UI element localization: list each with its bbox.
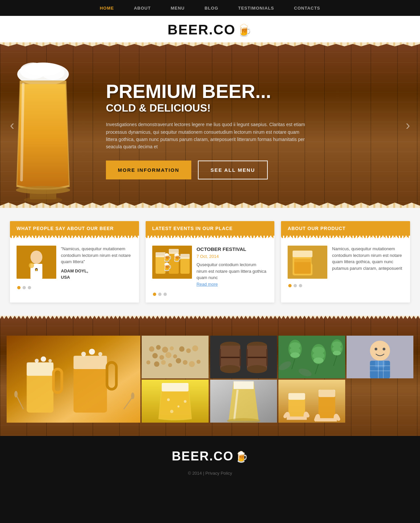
svg-point-51 <box>179 346 185 352</box>
svg-point-37 <box>98 352 102 356</box>
read-more-link[interactable]: Read more <box>197 282 218 287</box>
svg-point-54 <box>146 360 150 364</box>
svg-point-35 <box>81 352 86 357</box>
see-all-menu-button[interactable]: SEE ALL MENU <box>198 161 268 179</box>
hero-subheading: COLD & DELICIOUS! <box>106 102 311 114</box>
testimonials-card: WHAT PEOPLE SAY ABOUT OUR BEER 👩 "Namicu… <box>10 221 139 303</box>
dot-1[interactable] <box>17 286 21 289</box>
nav-contacts[interactable]: CONTACTS <box>294 6 320 11</box>
svg-point-109 <box>184 400 187 403</box>
nav-home[interactable]: HOME <box>100 6 114 11</box>
svg-point-34 <box>48 359 52 362</box>
svg-rect-68 <box>239 349 241 366</box>
site-logo: BEER.CO🍺 <box>167 22 252 37</box>
product-image <box>288 246 327 279</box>
product-dot-2[interactable] <box>294 284 297 287</box>
product-text: Namicus, qusequitur mutationem contodium… <box>332 246 403 279</box>
svg-point-61 <box>197 360 201 364</box>
svg-point-94 <box>370 341 390 361</box>
svg-point-96 <box>383 348 385 350</box>
gallery-item-large[interactable] <box>7 336 140 423</box>
testimonial-quote: "Namicus, qusequitur mutationem contodiu… <box>61 246 132 265</box>
hero-content: PREMIUM BEER... COLD & DELICIOUS! Invest… <box>106 71 311 179</box>
nav-about[interactable]: ABOUT <box>134 6 151 11</box>
gallery-item-barrels[interactable] <box>210 336 277 378</box>
gallery-grid <box>7 336 413 423</box>
svg-point-55 <box>154 361 160 367</box>
testimonials-card-header: WHAT PEOPLE SAY ABOUT OUR BEER <box>10 221 139 236</box>
svg-point-52 <box>186 348 191 353</box>
product-dot-1[interactable] <box>288 284 292 287</box>
svg-point-59 <box>183 360 188 365</box>
events-image <box>152 246 192 279</box>
svg-rect-73 <box>246 349 248 366</box>
svg-rect-105 <box>162 383 189 392</box>
svg-point-45 <box>162 347 168 353</box>
gallery-item-beer-pour[interactable] <box>142 380 209 422</box>
svg-point-39 <box>14 391 18 398</box>
svg-point-65 <box>220 365 240 373</box>
nav-blog[interactable]: BLOG <box>205 6 218 11</box>
more-info-button[interactable]: MORE INFORMATION <box>106 161 191 179</box>
svg-point-83 <box>313 357 323 363</box>
event-description: Qusequitur contodium lectorum nirum est … <box>197 262 268 281</box>
svg-point-49 <box>165 352 171 358</box>
svg-point-32 <box>35 359 39 363</box>
svg-point-106 <box>167 399 170 401</box>
footer: BEER.CO🍺 © 2014 | Privacy Policy <box>0 436 420 486</box>
testimonials-text: "Namicus, qusequitur mutationem contodiu… <box>61 246 132 281</box>
copyright-text: © 2014 | Privacy Policy <box>188 471 232 476</box>
svg-point-46 <box>170 346 174 350</box>
hero-buttons: MORE INFORMATION SEE ALL MENU <box>106 161 311 179</box>
navigation: HOME ABOUT MENU BLOG TESTIMONIALS CONTAC… <box>0 0 420 16</box>
events-card: LATEST EVENTS IN OUR PLACE OCTOBER FES <box>146 221 275 303</box>
testimonials-content-row: 👩 "Namicus, qusequitur mutationem contod… <box>17 246 132 281</box>
prev-arrow[interactable]: ‹ <box>3 111 21 139</box>
svg-point-48 <box>160 355 164 360</box>
svg-point-79 <box>290 353 300 358</box>
svg-rect-13 <box>156 256 165 274</box>
gallery-item-person[interactable] <box>347 336 413 378</box>
hero-section: ‹ <box>0 42 420 208</box>
product-card-body: Namicus, qusequitur mutationem contodium… <box>281 236 410 294</box>
product-description: Namicus, qusequitur mutationem contodium… <box>332 246 403 271</box>
svg-point-53 <box>192 345 198 351</box>
nav-menu[interactable]: MENU <box>171 6 185 11</box>
nav-testimonials[interactable]: TESTIMONIALS <box>238 6 274 11</box>
next-arrow[interactable]: › <box>399 111 417 139</box>
svg-point-8 <box>30 251 42 264</box>
hero-description: Investigationes demonstraverunt lectores… <box>106 121 311 151</box>
events-card-body: OCTOBER FESTIVAL 7 Oct, 2014 Qusequitur … <box>146 236 275 303</box>
product-dot-3[interactable] <box>299 284 302 287</box>
svg-rect-117 <box>288 393 305 400</box>
events-card-header: LATEST EVENTS IN OUR PLACE <box>146 221 275 236</box>
svg-point-87 <box>333 351 341 355</box>
svg-point-33 <box>41 357 46 362</box>
svg-point-10 <box>29 263 34 268</box>
events-content-row: OCTOBER FESTIVAL 7 Oct, 2014 Qusequitur … <box>152 246 268 287</box>
svg-text:👩: 👩 <box>35 268 38 271</box>
svg-point-44 <box>156 345 161 350</box>
gallery-item-beer-glass2[interactable] <box>210 380 277 422</box>
product-dots <box>288 284 403 287</box>
svg-rect-67 <box>219 349 221 366</box>
svg-rect-14 <box>169 252 179 274</box>
footer-logo: BEER.CO🍺 <box>7 449 413 463</box>
svg-point-58 <box>176 358 181 363</box>
gallery-item-hops[interactable] <box>278 336 345 378</box>
product-card-header: ABOUT OUR PRODUCT <box>281 221 410 236</box>
testimonials-dots <box>17 286 132 289</box>
dot-3[interactable] <box>28 286 31 289</box>
svg-rect-15 <box>180 257 190 274</box>
gallery-item-grains[interactable] <box>142 336 209 378</box>
event-dot-3[interactable] <box>163 293 167 296</box>
gallery-item-beer-outdoor[interactable] <box>278 380 345 422</box>
testimonials-image: 👩 <box>17 246 56 279</box>
dot-2[interactable] <box>23 286 26 289</box>
testimonial-author: ADAM DOYL, USA <box>61 268 132 281</box>
cards-section: WHAT PEOPLE SAY ABOUT OUR BEER 👩 "Namicu… <box>0 208 420 316</box>
product-card: ABOUT OUR PRODUCT Namicus, qusequitur mu… <box>281 221 410 303</box>
event-dot-1[interactable] <box>153 293 156 296</box>
event-dot-2[interactable] <box>158 293 162 296</box>
svg-point-95 <box>375 348 377 350</box>
